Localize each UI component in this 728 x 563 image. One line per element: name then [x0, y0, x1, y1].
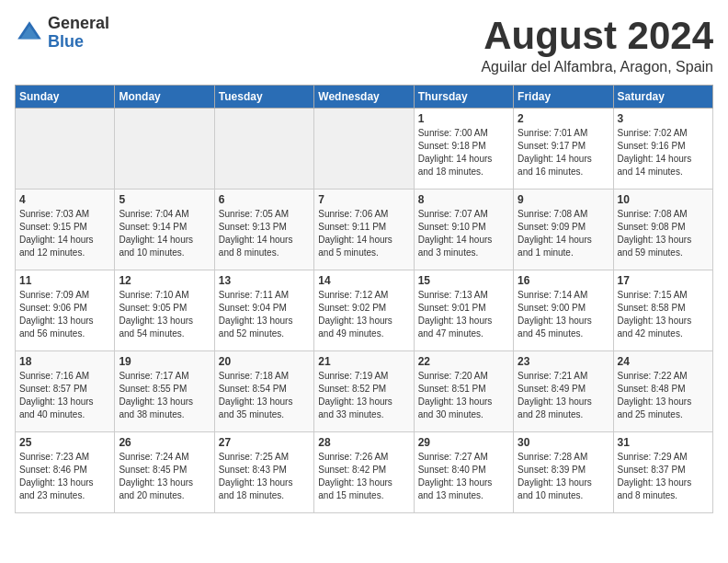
calendar-cell: 14 Sunrise: 7:12 AM Sunset: 9:02 PM Dayl…	[314, 270, 414, 351]
day-number: 27	[219, 436, 310, 449]
calendar-cell: 8 Sunrise: 7:07 AM Sunset: 9:10 PM Dayli…	[414, 190, 513, 270]
day-number: 7	[318, 193, 409, 206]
day-info: Sunrise: 7:19 AM Sunset: 8:52 PM Dayligh…	[318, 370, 409, 421]
day-info: Sunrise: 7:15 AM Sunset: 8:58 PM Dayligh…	[618, 289, 709, 340]
day-number: 22	[418, 355, 509, 368]
day-info: Sunrise: 7:28 AM Sunset: 8:39 PM Dayligh…	[518, 451, 609, 502]
day-info: Sunrise: 7:20 AM Sunset: 8:51 PM Dayligh…	[418, 370, 509, 421]
calendar-cell: 11 Sunrise: 7:09 AM Sunset: 9:06 PM Dayl…	[16, 270, 115, 351]
calendar-table: SundayMondayTuesdayWednesdayThursdayFrid…	[15, 85, 713, 513]
logo-general: General	[48, 15, 109, 33]
calendar-cell: 6 Sunrise: 7:05 AM Sunset: 9:13 PM Dayli…	[214, 190, 313, 270]
logo: General Blue	[15, 15, 109, 52]
calendar-cell	[115, 109, 214, 190]
logo-text: General Blue	[48, 15, 109, 52]
day-number: 31	[618, 436, 709, 449]
calendar-cell: 23 Sunrise: 7:21 AM Sunset: 8:49 PM Dayl…	[514, 351, 613, 432]
day-info: Sunrise: 7:00 AM Sunset: 9:18 PM Dayligh…	[418, 127, 509, 178]
day-number: 11	[19, 274, 110, 287]
day-info: Sunrise: 7:05 AM Sunset: 9:13 PM Dayligh…	[219, 208, 310, 259]
calendar-week-2: 4 Sunrise: 7:03 AM Sunset: 9:15 PM Dayli…	[16, 190, 713, 270]
calendar-cell: 12 Sunrise: 7:10 AM Sunset: 9:05 PM Dayl…	[115, 270, 214, 351]
day-number: 1	[418, 112, 509, 125]
page-header: General Blue August 2024 Aguilar del Alf…	[15, 15, 713, 75]
day-number: 16	[518, 274, 609, 287]
day-info: Sunrise: 7:08 AM Sunset: 9:08 PM Dayligh…	[618, 208, 709, 259]
day-number: 3	[618, 112, 709, 125]
day-info: Sunrise: 7:08 AM Sunset: 9:09 PM Dayligh…	[518, 208, 609, 259]
day-number: 23	[518, 355, 609, 368]
month-title: August 2024	[481, 15, 713, 57]
day-number: 29	[418, 436, 509, 449]
location-title: Aguilar del Alfambra, Aragon, Spain	[481, 59, 713, 75]
day-number: 17	[618, 274, 709, 287]
day-info: Sunrise: 7:23 AM Sunset: 8:46 PM Dayligh…	[19, 451, 110, 502]
weekday-header-monday: Monday	[115, 86, 214, 109]
day-info: Sunrise: 7:24 AM Sunset: 8:45 PM Dayligh…	[119, 451, 210, 502]
day-info: Sunrise: 7:06 AM Sunset: 9:11 PM Dayligh…	[318, 208, 409, 259]
calendar-cell	[214, 109, 313, 190]
calendar-cell: 1 Sunrise: 7:00 AM Sunset: 9:18 PM Dayli…	[414, 109, 513, 190]
weekday-header-friday: Friday	[514, 86, 613, 109]
calendar-week-4: 18 Sunrise: 7:16 AM Sunset: 8:57 PM Dayl…	[16, 351, 713, 432]
day-number: 24	[618, 355, 709, 368]
day-number: 12	[119, 274, 210, 287]
day-info: Sunrise: 7:10 AM Sunset: 9:05 PM Dayligh…	[119, 289, 210, 340]
calendar-cell: 22 Sunrise: 7:20 AM Sunset: 8:51 PM Dayl…	[414, 351, 513, 432]
day-number: 19	[119, 355, 210, 368]
calendar-cell: 19 Sunrise: 7:17 AM Sunset: 8:55 PM Dayl…	[115, 351, 214, 432]
calendar-cell: 15 Sunrise: 7:13 AM Sunset: 9:01 PM Dayl…	[414, 270, 513, 351]
day-info: Sunrise: 7:02 AM Sunset: 9:16 PM Dayligh…	[618, 127, 709, 178]
calendar-cell	[16, 109, 115, 190]
calendar-cell: 25 Sunrise: 7:23 AM Sunset: 8:46 PM Dayl…	[16, 432, 115, 513]
day-info: Sunrise: 7:17 AM Sunset: 8:55 PM Dayligh…	[119, 370, 210, 421]
day-info: Sunrise: 7:13 AM Sunset: 9:01 PM Dayligh…	[418, 289, 509, 340]
day-number: 14	[318, 274, 409, 287]
day-number: 18	[19, 355, 110, 368]
day-info: Sunrise: 7:03 AM Sunset: 9:15 PM Dayligh…	[19, 208, 110, 259]
day-info: Sunrise: 7:27 AM Sunset: 8:40 PM Dayligh…	[418, 451, 509, 502]
logo-blue: Blue	[48, 33, 109, 52]
calendar-cell: 10 Sunrise: 7:08 AM Sunset: 9:08 PM Dayl…	[613, 190, 712, 270]
day-info: Sunrise: 7:26 AM Sunset: 8:42 PM Dayligh…	[318, 451, 409, 502]
calendar-cell	[314, 109, 414, 190]
weekday-header-thursday: Thursday	[414, 86, 513, 109]
day-number: 20	[219, 355, 310, 368]
day-number: 2	[518, 112, 609, 125]
day-number: 5	[119, 193, 210, 206]
day-info: Sunrise: 7:01 AM Sunset: 9:17 PM Dayligh…	[518, 127, 609, 178]
calendar-cell: 2 Sunrise: 7:01 AM Sunset: 9:17 PM Dayli…	[514, 109, 613, 190]
day-info: Sunrise: 7:14 AM Sunset: 9:00 PM Dayligh…	[518, 289, 609, 340]
calendar-cell: 13 Sunrise: 7:11 AM Sunset: 9:04 PM Dayl…	[214, 270, 313, 351]
day-info: Sunrise: 7:16 AM Sunset: 8:57 PM Dayligh…	[19, 370, 110, 421]
calendar-cell: 4 Sunrise: 7:03 AM Sunset: 9:15 PM Dayli…	[16, 190, 115, 270]
calendar-cell: 26 Sunrise: 7:24 AM Sunset: 8:45 PM Dayl…	[115, 432, 214, 513]
day-number: 26	[119, 436, 210, 449]
weekday-header-row: SundayMondayTuesdayWednesdayThursdayFrid…	[16, 86, 713, 109]
calendar-week-1: 1 Sunrise: 7:00 AM Sunset: 9:18 PM Dayli…	[16, 109, 713, 190]
calendar-cell: 28 Sunrise: 7:26 AM Sunset: 8:42 PM Dayl…	[314, 432, 414, 513]
day-info: Sunrise: 7:25 AM Sunset: 8:43 PM Dayligh…	[219, 451, 310, 502]
day-info: Sunrise: 7:18 AM Sunset: 8:54 PM Dayligh…	[219, 370, 310, 421]
day-number: 13	[219, 274, 310, 287]
day-info: Sunrise: 7:12 AM Sunset: 9:02 PM Dayligh…	[318, 289, 409, 340]
day-number: 8	[418, 193, 509, 206]
weekday-header-saturday: Saturday	[613, 86, 712, 109]
calendar-cell: 20 Sunrise: 7:18 AM Sunset: 8:54 PM Dayl…	[214, 351, 313, 432]
weekday-header-tuesday: Tuesday	[214, 86, 313, 109]
weekday-header-wednesday: Wednesday	[314, 86, 414, 109]
day-info: Sunrise: 7:21 AM Sunset: 8:49 PM Dayligh…	[518, 370, 609, 421]
calendar-cell: 21 Sunrise: 7:19 AM Sunset: 8:52 PM Dayl…	[314, 351, 414, 432]
day-info: Sunrise: 7:11 AM Sunset: 9:04 PM Dayligh…	[219, 289, 310, 340]
day-info: Sunrise: 7:29 AM Sunset: 8:37 PM Dayligh…	[618, 451, 709, 502]
day-number: 4	[19, 193, 110, 206]
calendar-cell: 16 Sunrise: 7:14 AM Sunset: 9:00 PM Dayl…	[514, 270, 613, 351]
calendar-cell: 3 Sunrise: 7:02 AM Sunset: 9:16 PM Dayli…	[613, 109, 712, 190]
day-number: 15	[418, 274, 509, 287]
day-info: Sunrise: 7:07 AM Sunset: 9:10 PM Dayligh…	[418, 208, 509, 259]
calendar-week-5: 25 Sunrise: 7:23 AM Sunset: 8:46 PM Dayl…	[16, 432, 713, 513]
calendar-cell: 24 Sunrise: 7:22 AM Sunset: 8:48 PM Dayl…	[613, 351, 712, 432]
calendar-cell: 31 Sunrise: 7:29 AM Sunset: 8:37 PM Dayl…	[613, 432, 712, 513]
day-number: 21	[318, 355, 409, 368]
calendar-cell: 27 Sunrise: 7:25 AM Sunset: 8:43 PM Dayl…	[214, 432, 313, 513]
